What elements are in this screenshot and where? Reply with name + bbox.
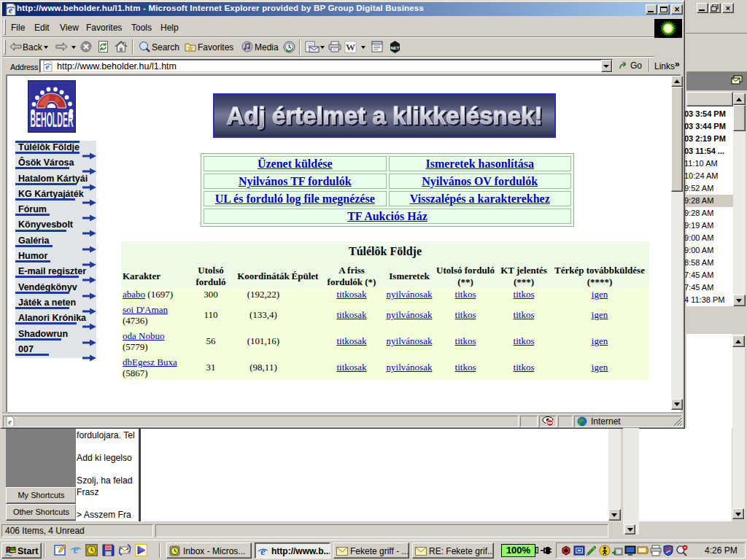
svg-text:BEHOLDER: BEHOLDER	[31, 108, 74, 131]
svg-text:e: e	[73, 543, 78, 556]
svg-text:W: W	[346, 42, 355, 52]
svg-text:e: e	[9, 5, 13, 15]
svg-text:e: e	[8, 418, 12, 426]
svg-text:NET: NET	[391, 46, 400, 50]
svg-text:e: e	[46, 62, 50, 71]
svg-text:e: e	[260, 545, 266, 557]
